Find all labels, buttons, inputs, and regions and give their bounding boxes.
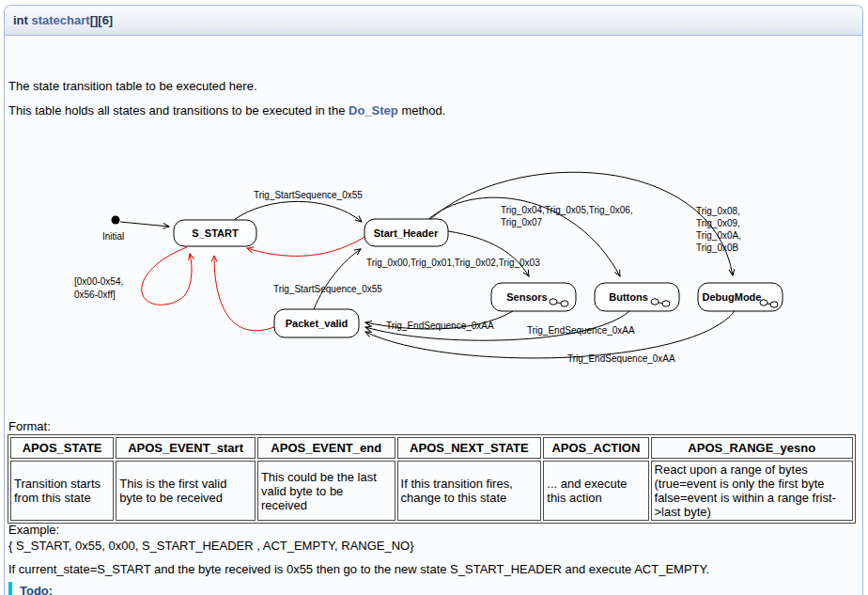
cell-apos-event-start: This is the first valid byte to be recei… — [116, 461, 256, 521]
col-header-apos-event-end: APOS_EVENT_end — [257, 437, 395, 459]
col-header-apos-event-start: APOS_EVENT_start — [116, 437, 256, 459]
col-header-apos-range-yesno: APOS_RANGE_yesno — [651, 437, 853, 459]
col-header-apos-next-state: APOS_NEXT_STATE — [397, 437, 542, 459]
initial-state-dot — [112, 216, 120, 225]
label-trig-0b: Trig_0x0B — [696, 243, 739, 253]
state-sensors: Sensors — [491, 283, 576, 311]
initial-label: Initial — [102, 231, 124, 242]
label-trig-08: Trig_0x08, — [696, 206, 740, 216]
label-endsequence-buttons: Trig_EndSequence_0xAA — [527, 325, 635, 336]
label-endsequence-sensors: Trig_EndSequence_0xAA — [386, 321, 494, 331]
member-suffix: [][6] — [90, 13, 114, 27]
label-range-line2: 0x56-0xff] — [74, 290, 116, 300]
label-range-line1: [0x00-0x54, — [74, 276, 123, 287]
example-explanation: If current_state=S_START and the byte re… — [8, 562, 709, 576]
state-debugmode: DebugMode — [698, 283, 783, 311]
label-startsequence-top: Trig_StartSequence_0x55 — [254, 190, 363, 200]
member-title-bar: int statechart[][6] — [5, 6, 862, 36]
svg-text:Packet_valid: Packet_valid — [286, 318, 349, 329]
format-label: Format: — [8, 419, 51, 433]
example-label: Example: — [8, 522, 414, 538]
format-table-header-row: APOS_STATE APOS_EVENT_start APOS_EVENT_e… — [10, 437, 853, 459]
state-start-header: Start_Header — [364, 219, 448, 246]
state-s-start: S_START — [174, 220, 256, 246]
cell-apos-next-state: If this transition fires, change to this… — [397, 461, 542, 521]
edge-packetvalid-to-startheader — [314, 249, 361, 309]
svg-text:Start_Header: Start_Header — [374, 227, 439, 239]
do-step-link[interactable]: Do_Step — [349, 103, 398, 117]
label-trig-04-06: Trig_0x04,Trig_0x05,Trig_0x06, — [501, 205, 633, 215]
svg-text:S_START: S_START — [192, 227, 239, 239]
member-doc-panel: int statechart[][6] The state transition… — [4, 5, 863, 595]
label-trig-0a: Trig_0x0A, — [696, 230, 741, 241]
edge-initial-to-sstart — [120, 222, 169, 227]
todo-label: Todo: — [20, 584, 395, 595]
col-header-apos-action: APOS_ACTION — [543, 437, 648, 459]
format-table: APOS_STATE APOS_EVENT_start APOS_EVENT_e… — [8, 434, 856, 524]
state-buttons: Buttons — [595, 283, 679, 311]
member-type: int — [13, 13, 32, 27]
svg-text:DebugMode: DebugMode — [703, 291, 762, 303]
edge-packetvalid-to-sstart — [214, 256, 274, 331]
label-endsequence-debug: Trig_EndSequence_0xAA — [567, 353, 675, 364]
svg-text:Buttons: Buttons — [609, 291, 648, 303]
example-code: { S_START, 0x55, 0x00, S_START_HEADER , … — [8, 538, 414, 554]
member-doc-body: The state transition table to be execute… — [5, 37, 862, 595]
description-line-2: This table holds all states and transiti… — [8, 103, 445, 117]
label-trig-07: Trig_0x07 — [501, 217, 543, 227]
svg-text:Sensors: Sensors — [506, 291, 547, 303]
edge-startheader-to-sensors — [448, 231, 529, 276]
member-name-link[interactable]: statechart — [32, 13, 90, 27]
edge-sstart-to-startheader — [234, 201, 362, 222]
statechart-diagram: Initial S_START Start_Header Sensors — [5, 139, 862, 414]
col-header-apos-state: APOS_STATE — [10, 437, 114, 459]
example-block: Example: { S_START, 0x55, 0x00, S_START_… — [8, 522, 414, 554]
label-trig-00-03: Trig_0x00,Trig_0x01,Trig_0x02,Trig_0x03 — [366, 258, 540, 268]
label-startsequence-bottom: Trig_StartSequence_0x55 — [273, 284, 382, 294]
label-trig-09: Trig_0x09, — [696, 218, 740, 228]
edge-startheader-to-sstart — [247, 237, 364, 256]
state-packet-valid: Packet_valid — [274, 309, 359, 337]
statechart-svg: Initial S_START Start_Header Sensors — [5, 139, 862, 414]
todo-block: Todo: Update the diagram — [8, 582, 395, 595]
cell-apos-event-end: This could be the last valid byte to be … — [257, 461, 395, 521]
description-line-1: The state transition table to be execute… — [8, 79, 257, 93]
format-table-row: Transition starts from this state This i… — [10, 461, 853, 521]
cell-apos-action: ... and execute this action — [543, 461, 648, 521]
cell-apos-range-yesno: React upon a range of bytes (true=event … — [651, 461, 853, 521]
cell-apos-state: Transition starts from this state — [10, 461, 114, 521]
edge-sstart-selfloop — [142, 247, 192, 305]
